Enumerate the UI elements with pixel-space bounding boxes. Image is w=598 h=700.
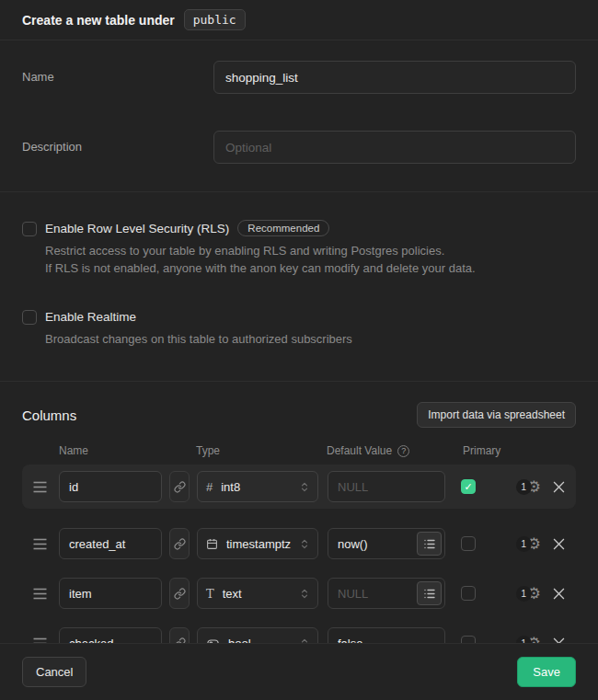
text-type-icon: T xyxy=(206,587,214,601)
column-rows-list: # T int8 ✓ 1 ⚙ xyxy=(22,465,576,643)
cancel-button[interactable]: Cancel xyxy=(22,657,86,687)
delete-column-button[interactable] xyxy=(553,588,565,600)
realtime-title-row: Enable Realtime xyxy=(45,308,576,325)
rls-toggle-block: ✓ Enable Row Level Security (RLS) Recomm… xyxy=(22,220,576,277)
header-default: Default Value ? xyxy=(327,444,463,457)
check-icon: ✓ xyxy=(464,482,472,492)
foreign-key-link-button[interactable] xyxy=(169,528,190,559)
chevron-updown-icon xyxy=(300,538,309,550)
foreign-key-link-button[interactable] xyxy=(169,471,190,502)
rls-desc-line1: Restrict access to your table by enablin… xyxy=(45,242,576,259)
primary-cell: ✓ xyxy=(445,636,491,643)
column-grid-headers: Name Type Default Value ? Primary xyxy=(33,444,565,457)
link-icon xyxy=(174,588,186,600)
header-default-label: Default Value xyxy=(327,444,392,457)
column-row: # T int8 ✓ 1 ⚙ xyxy=(22,465,576,509)
primary-checkbox[interactable]: ✓ xyxy=(461,636,476,643)
column-name-input[interactable] xyxy=(59,471,162,502)
column-row: # T text ✓ 1 ⚙ xyxy=(22,571,576,615)
column-settings-button[interactable]: 1 ⚙ xyxy=(516,636,541,644)
link-icon xyxy=(174,481,186,493)
rls-description: Restrict access to your table by enablin… xyxy=(45,242,576,277)
name-label: Name xyxy=(22,61,213,84)
header-type: Type xyxy=(196,444,327,457)
foreign-key-link-button[interactable] xyxy=(169,578,190,609)
save-button[interactable]: Save xyxy=(517,657,576,687)
column-type-select[interactable]: # T int8 xyxy=(197,471,318,502)
list-icon xyxy=(424,539,435,549)
close-icon xyxy=(553,538,565,550)
column-default-wrap xyxy=(328,471,445,502)
toggles-section: ✓ Enable Row Level Security (RLS) Recomm… xyxy=(0,192,598,382)
column-default-wrap xyxy=(328,627,445,643)
calendar-icon xyxy=(206,538,218,550)
column-name-input[interactable] xyxy=(59,627,162,643)
foreign-key-link-button[interactable] xyxy=(169,627,190,643)
basic-fields-section: Name Description xyxy=(0,40,598,192)
description-label: Description xyxy=(22,131,213,154)
row-actions: 1 ⚙ xyxy=(516,586,565,602)
settings-count-badge: 1 xyxy=(516,536,532,552)
primary-checkbox[interactable]: ✓ xyxy=(461,536,476,551)
column-type-label: timestamptz xyxy=(226,537,291,551)
default-options-button[interactable] xyxy=(417,532,442,556)
columns-section: Columns Import data via spreadsheet Name… xyxy=(0,382,598,643)
column-settings-button[interactable]: 1 ⚙ xyxy=(516,586,541,602)
chevron-updown-icon xyxy=(300,481,309,493)
import-spreadsheet-button[interactable]: Import data via spreadsheet xyxy=(417,402,576,428)
table-description-input[interactable] xyxy=(213,131,576,164)
column-type-select[interactable]: # T text xyxy=(197,578,318,609)
column-default-input[interactable] xyxy=(328,627,445,643)
settings-count-badge: 1 xyxy=(516,586,532,602)
dialog-title: Create a new table under xyxy=(22,13,175,28)
columns-header-row: Columns Import data via spreadsheet xyxy=(22,402,576,428)
realtime-description: Broadcast changes on this table to autho… xyxy=(45,330,576,348)
help-icon[interactable]: ? xyxy=(397,445,409,457)
rls-desc-line2: If RLS is not enabled, anyone with the a… xyxy=(45,259,576,277)
row-actions: 1 ⚙ xyxy=(516,536,565,552)
rls-checkbox[interactable]: ✓ xyxy=(22,222,37,236)
header-name: Name xyxy=(59,444,196,457)
hash-icon: # xyxy=(206,480,213,494)
drag-handle-icon[interactable] xyxy=(33,538,48,550)
column-type-label: bool xyxy=(228,637,251,644)
close-icon xyxy=(553,481,565,493)
primary-checkbox[interactable]: ✓ xyxy=(461,479,476,494)
column-default-wrap xyxy=(328,578,445,609)
default-options-button[interactable] xyxy=(417,581,442,605)
drag-handle-icon[interactable] xyxy=(33,588,48,600)
column-default-input[interactable] xyxy=(328,471,445,502)
list-icon xyxy=(424,589,435,599)
column-name-input[interactable] xyxy=(59,528,162,559)
column-name-input[interactable] xyxy=(59,578,162,609)
column-default-wrap xyxy=(328,528,445,559)
table-name-input[interactable] xyxy=(213,61,576,94)
link-icon xyxy=(174,538,186,550)
rls-title-row: Enable Row Level Security (RLS) Recommen… xyxy=(45,220,576,236)
dialog-header: Create a new table under public xyxy=(0,0,598,40)
primary-checkbox[interactable]: ✓ xyxy=(461,586,476,601)
description-field-row: Description xyxy=(22,131,576,164)
primary-cell: ✓ xyxy=(445,586,491,601)
rls-label: Enable Row Level Security (RLS) xyxy=(45,222,229,235)
header-primary: Primary xyxy=(463,444,500,457)
column-settings-button[interactable]: 1 ⚙ xyxy=(516,479,541,495)
name-field-row: Name xyxy=(22,61,576,94)
delete-column-button[interactable] xyxy=(553,538,565,550)
drag-handle-icon[interactable] xyxy=(33,481,48,493)
realtime-toggle-block: ✓ Enable Realtime Broadcast changes on t… xyxy=(22,308,576,348)
primary-cell: ✓ xyxy=(445,479,491,494)
column-type-select[interactable]: # T timestamptz xyxy=(197,528,318,559)
realtime-checkbox[interactable]: ✓ xyxy=(22,310,37,325)
row-actions: 1 ⚙ xyxy=(516,479,565,495)
recommended-badge: Recommended xyxy=(237,220,329,236)
realtime-label: Enable Realtime xyxy=(45,310,136,324)
delete-column-button[interactable] xyxy=(553,481,565,493)
column-settings-button[interactable]: 1 ⚙ xyxy=(516,536,541,552)
columns-title: Columns xyxy=(22,407,76,423)
chevron-updown-icon xyxy=(300,588,309,600)
row-actions: 1 ⚙ xyxy=(516,636,565,644)
close-icon xyxy=(553,588,565,600)
column-type-label: text xyxy=(223,587,242,601)
column-type-select[interactable]: # T bool xyxy=(197,627,318,643)
